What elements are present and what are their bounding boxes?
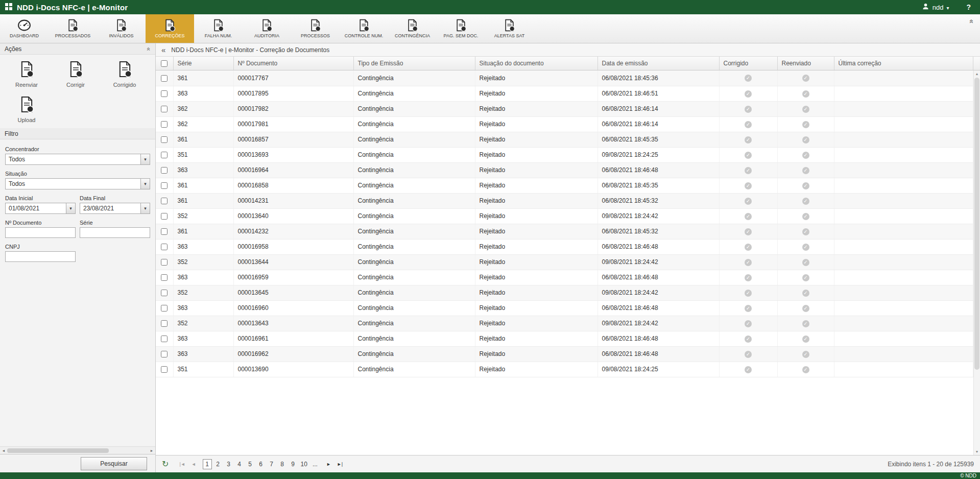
- row-checkbox[interactable]: [161, 136, 168, 143]
- dropdown-arrow-icon[interactable]: [66, 203, 75, 213]
- toolbar-item-controle-num[interactable]: CONTROLE NUM.: [340, 14, 388, 43]
- column-header[interactable]: Reenviado: [777, 57, 834, 70]
- page-number[interactable]: 5: [246, 459, 255, 469]
- page-number[interactable]: 10: [299, 459, 309, 469]
- page-number[interactable]: 7: [267, 459, 276, 469]
- user-icon[interactable]: [922, 3, 929, 12]
- row-checkbox[interactable]: [161, 351, 168, 357]
- row-checkbox[interactable]: [161, 152, 168, 158]
- sidebar-horizontal-scrollbar[interactable]: [0, 446, 155, 454]
- scroll-left-icon[interactable]: [0, 449, 7, 452]
- table-row[interactable]: 351 000013693 Contingência Rejeitado 09/…: [156, 147, 973, 162]
- action-upload[interactable]: Upload: [2, 96, 51, 123]
- row-checkbox[interactable]: [161, 259, 168, 266]
- dropdown-arrow-icon[interactable]: [140, 154, 150, 164]
- row-checkbox[interactable]: [161, 290, 168, 296]
- scroll-right-icon[interactable]: [148, 449, 155, 452]
- toolbar-collapse-icon[interactable]: [970, 17, 974, 26]
- column-header[interactable]: Série: [173, 57, 233, 70]
- num-documento-input[interactable]: [5, 227, 76, 238]
- row-checkbox[interactable]: [161, 75, 168, 82]
- data-inicial-picker[interactable]: 01/08/2021: [5, 203, 76, 214]
- toolbar-item-invalidos[interactable]: INVÁLIDOS: [97, 14, 146, 43]
- toolbar-item-contingencia[interactable]: CONTINGÊNCIA: [388, 14, 437, 43]
- table-vertical-scrollbar[interactable]: [973, 70, 980, 455]
- action-corrigir[interactable]: Corrigir: [51, 61, 100, 88]
- row-checkbox[interactable]: [161, 90, 168, 97]
- table-row[interactable]: 352 000013645 Contingência Rejeitado 09/…: [156, 285, 973, 300]
- action-reenviar[interactable]: Reenviar: [2, 61, 51, 88]
- page-number[interactable]: 8: [278, 459, 287, 469]
- sidebar-collapse-icon[interactable]: [161, 45, 165, 54]
- page-number[interactable]: ...: [310, 459, 320, 469]
- column-header[interactable]: Nº Documento: [233, 57, 353, 70]
- last-page-icon[interactable]: [336, 462, 344, 467]
- table-row[interactable]: 363 000016959 Contingência Rejeitado 06/…: [156, 270, 973, 285]
- dropdown-arrow-icon[interactable]: [140, 179, 150, 189]
- toolbar-item-processados[interactable]: PROCESSADOS: [49, 14, 97, 43]
- column-header[interactable]: Situação do documento: [475, 57, 597, 70]
- row-checkbox[interactable]: [161, 228, 168, 235]
- toolbar-item-correcoes[interactable]: CORREÇÕES: [146, 14, 194, 43]
- user-caret-icon[interactable]: [946, 4, 949, 11]
- toolbar-item-dashboard[interactable]: DASHBOARD: [0, 14, 49, 43]
- table-row[interactable]: 361 000017767 Contingência Rejeitado 06/…: [156, 70, 973, 86]
- select-all-checkbox[interactable]: [161, 60, 168, 67]
- row-checkbox[interactable]: [161, 167, 168, 174]
- user-menu[interactable]: ndd: [933, 4, 944, 11]
- column-header[interactable]: Tipo de Emissão: [353, 57, 475, 70]
- row-checkbox[interactable]: [161, 121, 168, 128]
- row-checkbox[interactable]: [161, 366, 168, 373]
- table-row[interactable]: 363 000016958 Contingência Rejeitado 06/…: [156, 239, 973, 254]
- row-checkbox[interactable]: [161, 213, 168, 220]
- table-row[interactable]: 352 000013644 Contingência Rejeitado 09/…: [156, 254, 973, 270]
- action-corrigido[interactable]: Corrigido: [100, 61, 149, 88]
- table-row[interactable]: 362 000017982 Contingência Rejeitado 06/…: [156, 101, 973, 116]
- cnpj-input[interactable]: [5, 251, 76, 262]
- serie-input[interactable]: [80, 227, 150, 238]
- table-row[interactable]: 352 000013640 Contingência Rejeitado 09/…: [156, 208, 973, 224]
- app-grid-icon[interactable]: [5, 3, 12, 12]
- table-row[interactable]: 361 000014231 Contingência Rejeitado 06/…: [156, 193, 973, 208]
- column-header[interactable]: Corrigido: [719, 57, 777, 70]
- page-number[interactable]: 2: [213, 459, 223, 469]
- row-checkbox[interactable]: [161, 336, 168, 342]
- table-row[interactable]: 363 000016960 Contingência Rejeitado 06/…: [156, 300, 973, 316]
- toolbar-item-pag-sem-doc[interactable]: PAG. SEM DOC.: [437, 14, 485, 43]
- page-number[interactable]: 9: [289, 459, 298, 469]
- actions-collapse-icon[interactable]: [147, 45, 151, 53]
- pesquisar-button[interactable]: Pesquisar: [81, 457, 147, 470]
- page-number[interactable]: 6: [256, 459, 266, 469]
- row-checkbox[interactable]: [161, 244, 168, 250]
- row-checkbox[interactable]: [161, 274, 168, 281]
- table-row[interactable]: 363 000017895 Contingência Rejeitado 06/…: [156, 86, 973, 101]
- row-checkbox[interactable]: [161, 305, 168, 312]
- data-final-picker[interactable]: 23/08/2021: [80, 203, 150, 214]
- concentrador-select[interactable]: Todos: [5, 154, 150, 165]
- table-row[interactable]: 351 000013690 Contingência Rejeitado 09/…: [156, 362, 973, 377]
- table-row[interactable]: 363 000016961 Contingência Rejeitado 06/…: [156, 331, 973, 346]
- column-header[interactable]: Data de emissão: [597, 57, 719, 70]
- refresh-icon[interactable]: [162, 459, 169, 469]
- table-row[interactable]: 361 000016858 Contingência Rejeitado 06/…: [156, 178, 973, 193]
- toolbar-item-auditoria[interactable]: AUDITORIA: [243, 14, 291, 43]
- scrollbar-thumb[interactable]: [7, 448, 109, 453]
- row-checkbox[interactable]: [161, 106, 168, 112]
- row-checkbox[interactable]: [161, 182, 168, 189]
- table-row[interactable]: 362 000017981 Contingência Rejeitado 06/…: [156, 116, 973, 132]
- table-row[interactable]: 361 000016857 Contingência Rejeitado 06/…: [156, 132, 973, 147]
- scrollbar-thumb[interactable]: [974, 78, 979, 370]
- row-checkbox[interactable]: [161, 198, 168, 204]
- situacao-select[interactable]: Todos: [5, 178, 150, 189]
- first-page-icon[interactable]: [178, 462, 186, 467]
- table-row[interactable]: 363 000016962 Contingência Rejeitado 06/…: [156, 346, 973, 362]
- page-number[interactable]: 1: [203, 459, 212, 469]
- toolbar-item-falha-num[interactable]: FALHA NUM.: [194, 14, 243, 43]
- scroll-up-icon[interactable]: [974, 72, 980, 76]
- toolbar-item-alertas-sat[interactable]: ALERTAS SAT: [485, 14, 534, 43]
- column-header[interactable]: Última correção: [834, 57, 973, 70]
- row-checkbox[interactable]: [161, 320, 168, 327]
- toolbar-item-processos[interactable]: PROCESSOS: [291, 14, 340, 43]
- page-number[interactable]: 4: [235, 459, 244, 469]
- prev-page-icon[interactable]: [190, 462, 198, 467]
